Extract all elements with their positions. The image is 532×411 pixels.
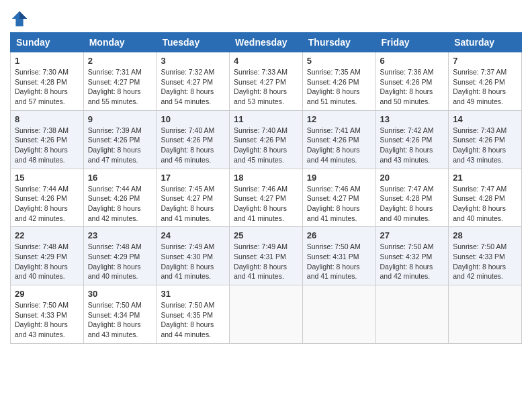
day-number: 14 xyxy=(453,114,517,124)
day-number: 23 xyxy=(88,230,152,240)
day-number: 25 xyxy=(234,230,298,240)
logo xyxy=(10,9,32,28)
day-info: Sunrise: 7:48 AM Sunset: 4:29 PM Dayligh… xyxy=(15,242,79,281)
day-number: 1 xyxy=(15,56,79,66)
svg-marker-1 xyxy=(19,11,27,19)
calendar-cell: 2Sunrise: 7:31 AM Sunset: 4:27 PM Daylig… xyxy=(83,52,157,111)
calendar-cell: 5Sunrise: 7:35 AM Sunset: 4:26 PM Daylig… xyxy=(302,52,375,111)
day-info: Sunrise: 7:38 AM Sunset: 4:26 PM Dayligh… xyxy=(15,126,79,165)
calendar-cell: 3Sunrise: 7:32 AM Sunset: 4:27 PM Daylig… xyxy=(157,52,230,111)
weekday-tuesday: Tuesday xyxy=(157,33,230,52)
calendar-cell xyxy=(302,285,375,344)
day-info: Sunrise: 7:46 AM Sunset: 4:27 PM Dayligh… xyxy=(234,184,298,224)
day-info: Sunrise: 7:37 AM Sunset: 4:26 PM Dayligh… xyxy=(453,67,517,107)
day-number: 13 xyxy=(380,114,445,124)
calendar-cell: 24Sunrise: 7:49 AM Sunset: 4:30 PM Dayli… xyxy=(157,227,230,285)
calendar-cell: 27Sunrise: 7:50 AM Sunset: 4:32 PM Dayli… xyxy=(375,227,449,285)
day-number: 17 xyxy=(161,173,225,183)
calendar-cell: 4Sunrise: 7:33 AM Sunset: 4:27 PM Daylig… xyxy=(230,52,303,111)
calendar-cell: 16Sunrise: 7:44 AM Sunset: 4:26 PM Dayli… xyxy=(83,169,157,227)
day-number: 10 xyxy=(161,114,225,124)
day-info: Sunrise: 7:50 AM Sunset: 4:33 PM Dayligh… xyxy=(15,300,79,340)
calendar-cell: 1Sunrise: 7:30 AM Sunset: 4:28 PM Daylig… xyxy=(11,52,84,111)
calendar-header: SundayMondayTuesdayWednesdayThursdayFrid… xyxy=(11,33,522,52)
day-info: Sunrise: 7:33 AM Sunset: 4:27 PM Dayligh… xyxy=(234,67,298,107)
calendar-table: SundayMondayTuesdayWednesdayThursdayFrid… xyxy=(10,32,522,344)
day-info: Sunrise: 7:44 AM Sunset: 4:26 PM Dayligh… xyxy=(88,184,152,224)
calendar-cell: 12Sunrise: 7:41 AM Sunset: 4:26 PM Dayli… xyxy=(302,110,375,169)
day-info: Sunrise: 7:42 AM Sunset: 4:26 PM Dayligh… xyxy=(380,126,445,165)
day-number: 6 xyxy=(380,56,445,66)
calendar-cell: 17Sunrise: 7:45 AM Sunset: 4:27 PM Dayli… xyxy=(157,169,230,227)
calendar-cell xyxy=(449,285,522,344)
day-info: Sunrise: 7:46 AM Sunset: 4:27 PM Dayligh… xyxy=(307,184,371,224)
day-info: Sunrise: 7:48 AM Sunset: 4:29 PM Dayligh… xyxy=(88,242,152,281)
day-info: Sunrise: 7:43 AM Sunset: 4:26 PM Dayligh… xyxy=(453,126,517,165)
day-info: Sunrise: 7:32 AM Sunset: 4:27 PM Dayligh… xyxy=(161,67,225,107)
calendar-cell: 18Sunrise: 7:46 AM Sunset: 4:27 PM Dayli… xyxy=(230,169,303,227)
calendar-cell: 14Sunrise: 7:43 AM Sunset: 4:26 PM Dayli… xyxy=(449,110,522,169)
calendar-cell: 7Sunrise: 7:37 AM Sunset: 4:26 PM Daylig… xyxy=(449,52,522,111)
page-header xyxy=(10,7,522,28)
day-number: 26 xyxy=(307,230,371,240)
calendar-cell: 29Sunrise: 7:50 AM Sunset: 4:33 PM Dayli… xyxy=(11,285,84,344)
calendar-week-2: 8Sunrise: 7:38 AM Sunset: 4:26 PM Daylig… xyxy=(11,110,522,169)
calendar-cell: 28Sunrise: 7:50 AM Sunset: 4:33 PM Dayli… xyxy=(449,227,522,285)
calendar-cell: 8Sunrise: 7:38 AM Sunset: 4:26 PM Daylig… xyxy=(11,110,84,169)
weekday-row: SundayMondayTuesdayWednesdayThursdayFrid… xyxy=(11,33,522,52)
day-info: Sunrise: 7:36 AM Sunset: 4:26 PM Dayligh… xyxy=(380,67,445,107)
calendar-cell: 22Sunrise: 7:48 AM Sunset: 4:29 PM Dayli… xyxy=(11,227,84,285)
calendar-cell: 21Sunrise: 7:47 AM Sunset: 4:28 PM Dayli… xyxy=(449,169,522,227)
day-number: 24 xyxy=(161,230,225,240)
calendar-cell: 26Sunrise: 7:50 AM Sunset: 4:31 PM Dayli… xyxy=(302,227,375,285)
calendar-cell: 30Sunrise: 7:50 AM Sunset: 4:34 PM Dayli… xyxy=(83,285,157,344)
calendar-cell xyxy=(230,285,303,344)
day-info: Sunrise: 7:50 AM Sunset: 4:35 PM Dayligh… xyxy=(161,300,225,340)
day-number: 8 xyxy=(15,114,79,124)
weekday-monday: Monday xyxy=(83,33,157,52)
calendar-cell: 11Sunrise: 7:40 AM Sunset: 4:26 PM Dayli… xyxy=(230,110,303,169)
weekday-sunday: Sunday xyxy=(11,33,84,52)
day-info: Sunrise: 7:50 AM Sunset: 4:31 PM Dayligh… xyxy=(307,242,371,281)
calendar-cell: 13Sunrise: 7:42 AM Sunset: 4:26 PM Dayli… xyxy=(375,110,449,169)
day-info: Sunrise: 7:31 AM Sunset: 4:27 PM Dayligh… xyxy=(88,67,152,107)
day-number: 3 xyxy=(161,56,225,66)
day-info: Sunrise: 7:44 AM Sunset: 4:26 PM Dayligh… xyxy=(15,184,79,224)
calendar-cell: 15Sunrise: 7:44 AM Sunset: 4:26 PM Dayli… xyxy=(11,169,84,227)
day-number: 2 xyxy=(88,56,152,66)
weekday-friday: Friday xyxy=(375,33,449,52)
day-number: 4 xyxy=(234,56,298,66)
day-info: Sunrise: 7:30 AM Sunset: 4:28 PM Dayligh… xyxy=(15,67,79,107)
calendar-week-3: 15Sunrise: 7:44 AM Sunset: 4:26 PM Dayli… xyxy=(11,169,522,227)
day-number: 16 xyxy=(88,173,152,183)
day-number: 15 xyxy=(15,173,79,183)
day-info: Sunrise: 7:47 AM Sunset: 4:28 PM Dayligh… xyxy=(380,184,445,224)
day-number: 27 xyxy=(380,230,445,240)
day-info: Sunrise: 7:50 AM Sunset: 4:34 PM Dayligh… xyxy=(88,300,152,340)
day-number: 21 xyxy=(453,173,517,183)
calendar-cell xyxy=(375,285,449,344)
weekday-thursday: Thursday xyxy=(302,33,375,52)
day-info: Sunrise: 7:41 AM Sunset: 4:26 PM Dayligh… xyxy=(307,126,371,165)
day-number: 7 xyxy=(453,56,517,66)
day-info: Sunrise: 7:40 AM Sunset: 4:26 PM Dayligh… xyxy=(234,126,298,165)
day-info: Sunrise: 7:39 AM Sunset: 4:26 PM Dayligh… xyxy=(88,126,152,165)
day-info: Sunrise: 7:45 AM Sunset: 4:27 PM Dayligh… xyxy=(161,184,225,224)
day-number: 12 xyxy=(307,114,371,124)
weekday-saturday: Saturday xyxy=(449,33,522,52)
day-info: Sunrise: 7:40 AM Sunset: 4:26 PM Dayligh… xyxy=(161,126,225,165)
day-number: 20 xyxy=(380,173,445,183)
calendar-cell: 23Sunrise: 7:48 AM Sunset: 4:29 PM Dayli… xyxy=(83,227,157,285)
calendar-cell: 19Sunrise: 7:46 AM Sunset: 4:27 PM Dayli… xyxy=(302,169,375,227)
day-number: 19 xyxy=(307,173,371,183)
calendar-cell: 9Sunrise: 7:39 AM Sunset: 4:26 PM Daylig… xyxy=(83,110,157,169)
calendar-cell: 20Sunrise: 7:47 AM Sunset: 4:28 PM Dayli… xyxy=(375,169,449,227)
day-number: 29 xyxy=(15,289,79,299)
logo-icon xyxy=(10,9,29,28)
calendar-cell: 6Sunrise: 7:36 AM Sunset: 4:26 PM Daylig… xyxy=(375,52,449,111)
calendar-week-1: 1Sunrise: 7:30 AM Sunset: 4:28 PM Daylig… xyxy=(11,52,522,111)
day-number: 22 xyxy=(15,230,79,240)
day-info: Sunrise: 7:49 AM Sunset: 4:31 PM Dayligh… xyxy=(234,242,298,281)
day-info: Sunrise: 7:47 AM Sunset: 4:28 PM Dayligh… xyxy=(453,184,517,224)
day-info: Sunrise: 7:50 AM Sunset: 4:33 PM Dayligh… xyxy=(453,242,517,281)
